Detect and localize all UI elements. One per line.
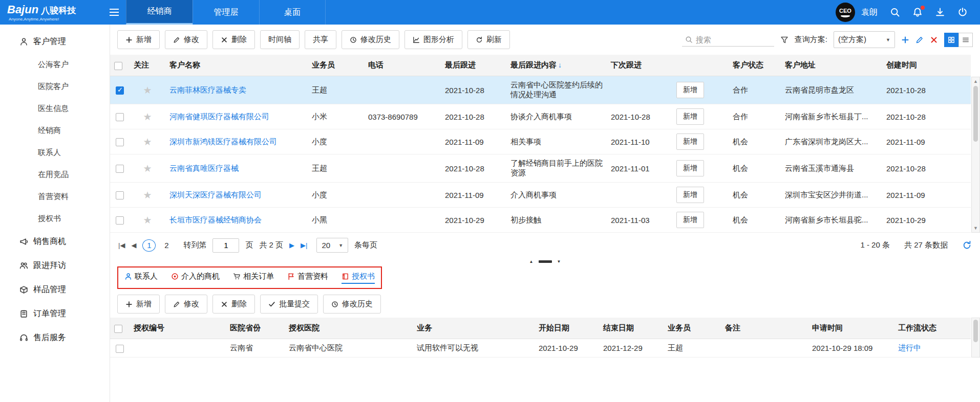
column-header[interactable]: 业务员	[308, 55, 364, 76]
scrollbar-thumb[interactable]	[973, 86, 978, 142]
delete-button[interactable]: 删除	[212, 295, 255, 314]
delete-scheme-icon[interactable]	[930, 36, 938, 44]
column-header[interactable]: 工作流状态	[894, 318, 971, 339]
sidebar-item[interactable]: 医生信息	[0, 98, 110, 120]
customer-row[interactable]: ★云南菲林医疗器械专卖王超2021-10-28云南省中心医院签约后续的情况处理沟…	[110, 76, 971, 104]
chart-analysis-button[interactable]: 图形分析	[404, 30, 462, 49]
column-header[interactable]: 下次跟进	[607, 55, 672, 76]
column-header[interactable]: 客户名称	[165, 55, 308, 76]
customer-name-link[interactable]: 深圳市新鸿镁医疗器械有限公司	[169, 137, 277, 146]
column-header[interactable]	[672, 55, 729, 76]
subtab-related-orders[interactable]: 相关订单	[233, 272, 274, 284]
next-page-button[interactable]: ▶	[289, 241, 294, 249]
add-scheme-icon[interactable]	[901, 36, 909, 44]
column-header[interactable]: 创建时间	[882, 55, 971, 76]
sidebar-section[interactable]: 订单管理	[0, 302, 110, 326]
column-header[interactable]: 最后跟进内容↓	[506, 55, 607, 76]
column-header[interactable]: 电话	[364, 55, 441, 76]
scheme-select[interactable]: (空方案) ▼	[834, 31, 895, 48]
first-page-button[interactable]: |◀	[118, 241, 125, 249]
select-all-checkbox[interactable]	[114, 62, 122, 70]
column-header[interactable]: 最后跟进	[441, 55, 506, 76]
edit-button[interactable]: 修改	[165, 30, 207, 49]
sidebar-item[interactable]: 在用竞品	[0, 164, 110, 186]
vertical-scrollbar[interactable]	[971, 318, 980, 358]
sidebar-item[interactable]: 首营资料	[0, 186, 110, 208]
customer-name-link[interactable]: 河南省健琪医疗器械有限公司	[169, 112, 269, 121]
row-checkbox[interactable]	[116, 113, 124, 121]
prev-page-button[interactable]: ◀	[131, 241, 136, 249]
column-header[interactable]: 授权医院	[285, 318, 413, 339]
sidebar-section[interactable]: 售后服务	[0, 326, 110, 350]
column-header[interactable]: 申请时间	[808, 318, 894, 339]
column-header[interactable]: 业务	[413, 318, 535, 339]
scroll-up-icon[interactable]: ▲	[973, 78, 978, 85]
row-add-button[interactable]: 新增	[676, 82, 704, 98]
row-checkbox[interactable]	[116, 191, 124, 199]
sidebar-section[interactable]: 销售商机	[0, 230, 110, 254]
workflow-status-link[interactable]: 进行中	[898, 343, 921, 352]
download-button[interactable]	[935, 7, 945, 17]
column-header[interactable]: 医院省份	[226, 318, 285, 339]
menu-icon[interactable]	[102, 0, 126, 25]
power-button[interactable]	[957, 7, 968, 17]
customer-name-link[interactable]: 云南菲林医疗器械专卖	[169, 85, 246, 94]
scrollbar-thumb[interactable]	[973, 320, 978, 342]
refresh-button[interactable]: 刷新	[467, 30, 510, 49]
edit-history-button[interactable]: 修改历史	[342, 30, 399, 49]
sidebar-item[interactable]: 经销商	[0, 120, 110, 142]
star-icon[interactable]: ★	[143, 163, 152, 174]
batch-submit-button[interactable]: 批量提交	[260, 295, 318, 314]
row-add-button[interactable]: 新增	[676, 133, 704, 150]
customer-name-link[interactable]: 长垣市医疗器械经销商协会	[169, 215, 262, 224]
customer-name-link[interactable]: 深圳天深医疗器械有限公司	[169, 190, 262, 199]
search-input[interactable]	[696, 35, 768, 44]
avatar[interactable]: CEO	[836, 3, 855, 22]
star-icon[interactable]: ★	[143, 215, 152, 226]
refresh-icon[interactable]	[962, 240, 972, 250]
grid-view-button[interactable]	[944, 33, 958, 47]
page-number-1[interactable]: 1	[142, 239, 156, 252]
sidebar-item[interactable]: 医院客户	[0, 76, 110, 98]
sidebar-section[interactable]: 样品管理	[0, 278, 110, 302]
add-button[interactable]: 新增	[117, 30, 160, 49]
vertical-scrollbar[interactable]: ▲ ▼	[971, 77, 980, 233]
customer-row[interactable]: ★河南省健琪医疗器械有限公司小米0373-86907892021-10-28协谈…	[110, 104, 971, 129]
edit-scheme-icon[interactable]	[915, 36, 924, 44]
sidebar-section[interactable]: 客户管理	[0, 30, 110, 54]
column-header[interactable]: 关注	[130, 55, 165, 76]
edit-history-button[interactable]: 修改历史	[323, 295, 381, 314]
filter-icon[interactable]	[780, 36, 789, 44]
delete-button[interactable]: 删除	[212, 30, 255, 49]
sort-desc-icon[interactable]: ↓	[558, 61, 562, 69]
select-all-checkbox[interactable]	[114, 325, 122, 333]
page-number-2[interactable]: 2	[160, 239, 173, 252]
column-header[interactable]: 授权编号	[130, 318, 226, 339]
customer-row[interactable]: ★深圳天深医疗器械有限公司小度2021-11-09介入商机事项新增机会深圳市宝安…	[110, 183, 971, 208]
sidebar-item[interactable]: 联系人	[0, 142, 110, 164]
add-button[interactable]: 新增	[117, 295, 160, 314]
list-view-button[interactable]	[958, 33, 973, 47]
goto-page-input[interactable]	[212, 238, 239, 253]
edit-button[interactable]: 修改	[165, 295, 207, 314]
app-logo[interactable]: Bajun 八骏科技 Anyone,Anytime,Anywhere!	[0, 0, 102, 25]
row-add-button[interactable]: 新增	[676, 108, 704, 125]
search-box[interactable]	[682, 33, 774, 47]
global-search-button[interactable]	[890, 7, 900, 17]
notifications-button[interactable]	[912, 7, 923, 17]
star-icon[interactable]: ★	[143, 137, 152, 147]
sidebar-section[interactable]: 跟进拜访	[0, 254, 110, 278]
column-header[interactable]: 备注	[721, 318, 808, 339]
star-icon[interactable]: ★	[143, 190, 152, 200]
row-checkbox[interactable]	[116, 138, 124, 146]
timeline-button[interactable]: 时间轴	[260, 30, 300, 49]
column-header[interactable]: 客户状态	[729, 55, 781, 76]
panel-collapse-handle[interactable]: ▲ ▼	[110, 258, 980, 265]
column-header[interactable]: 客户地址	[781, 55, 882, 76]
top-tab-1[interactable]: 管理层	[193, 0, 259, 25]
scroll-down-icon[interactable]: ▼	[973, 225, 978, 232]
last-page-button[interactable]: ▶|	[301, 241, 307, 249]
sidebar-item[interactable]: 公海客户	[0, 54, 110, 76]
subtab-opportunities[interactable]: 介入的商机	[171, 272, 220, 284]
star-icon[interactable]: ★	[143, 111, 152, 122]
